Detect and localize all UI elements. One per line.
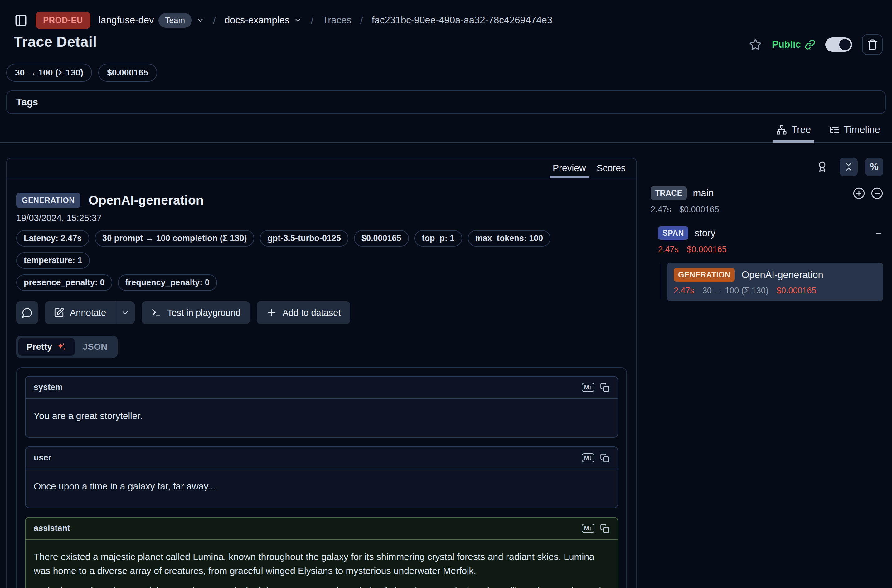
model-badge[interactable]: gpt-3.5-turbo-0125 (260, 230, 348, 247)
message-role: system (34, 382, 63, 392)
link-icon (805, 39, 815, 50)
tab-scores[interactable]: Scores (597, 158, 626, 178)
view-tabs: Tree Timeline (0, 118, 892, 143)
breadcrumb-separator: / (310, 15, 314, 26)
trace-node[interactable]: TRACE main (650, 186, 883, 200)
star-icon[interactable] (749, 38, 762, 51)
title-row: Trace Detail Public (0, 30, 892, 55)
markdown-icon[interactable]: M↓ (582, 524, 595, 533)
max-tokens-badge: max_tokens: 100 (468, 230, 551, 247)
trace-tree-sidebar: % TRACE main 2.47s $0.000165 SPAN story (650, 158, 886, 301)
public-label: Public (772, 39, 801, 50)
annotate-label: Annotate (70, 308, 106, 318)
markdown-icon[interactable]: M↓ (582, 383, 595, 392)
message-header: assistant M↓ (26, 518, 617, 540)
generation-tokens: 30 → 100 (Σ 130) (702, 286, 769, 296)
test-in-playground-button[interactable]: Test in playground (141, 302, 250, 324)
chevron-down-icon (196, 16, 204, 24)
annotate-dropdown-button[interactable] (116, 302, 135, 324)
org-type-badge: Team (158, 13, 192, 28)
tags-box[interactable]: Tags (6, 90, 886, 114)
org-selector[interactable]: langfuse-dev Team (99, 13, 204, 28)
observation-params-row1: Latency: 2.47s 30 prompt → 100 completio… (16, 230, 627, 269)
annotate-button[interactable]: Annotate (45, 302, 115, 324)
message-role: user (34, 453, 51, 463)
tab-tree-label: Tree (791, 124, 811, 135)
copy-icon[interactable] (600, 383, 610, 392)
span-type-badge: SPAN (658, 226, 688, 240)
sidebar-controls: % (650, 158, 883, 176)
observation-type-badge: GENERATION (16, 193, 81, 208)
tags-label: Tags (16, 97, 38, 108)
content: Preview Scores GENERATION OpenAI-generat… (0, 158, 892, 588)
json-toggle[interactable]: JSON (75, 338, 116, 356)
project-selector[interactable]: docs-examples (225, 15, 302, 26)
delete-trace-button[interactable] (862, 34, 883, 55)
collapse-node-icon[interactable] (874, 228, 883, 238)
generation-type-badge: GENERATION (674, 268, 735, 282)
frequency-penalty-badge: frequency_penalty: 0 (118, 274, 217, 291)
tab-preview[interactable]: Preview (553, 158, 586, 178)
temperature-badge: temperature: 1 (16, 252, 90, 269)
tree-icon (776, 124, 787, 135)
generation-node-selected[interactable]: GENERATION OpenAI-generation 2.47s 30 → … (667, 262, 883, 301)
trace-cost: $0.000165 (679, 205, 719, 214)
span-cost: $0.000165 (687, 245, 727, 254)
span-node[interactable]: SPAN story (658, 226, 883, 240)
message-content: There existed a majestic planet called L… (26, 540, 617, 588)
trace-type-badge: TRACE (650, 186, 687, 200)
breadcrumb-separator: / (212, 15, 216, 26)
panel-tabs: Preview Scores (7, 158, 636, 178)
public-toggle[interactable] (825, 38, 852, 52)
zoom-out-icon[interactable] (871, 187, 883, 200)
page-title: Trace Detail (14, 33, 97, 50)
latency-badge: Latency: 2.47s (16, 230, 89, 247)
assistant-paragraph: There existed a majestic planet called L… (34, 550, 610, 578)
add-to-dataset-button[interactable]: Add to dataset (257, 302, 350, 324)
comment-button[interactable] (16, 302, 38, 324)
toggle-knob (839, 39, 850, 50)
message-user: user M↓ Once upon a time in a galaxy far… (25, 447, 618, 508)
pretty-toggle[interactable]: Pretty (18, 338, 75, 356)
observation-header: GENERATION OpenAI-generation (16, 193, 627, 208)
panel-left-icon[interactable] (14, 14, 27, 27)
org-name: langfuse-dev (99, 15, 154, 26)
cost-badge[interactable]: $0.000165 (98, 64, 157, 82)
breadcrumb-separator: / (360, 15, 363, 26)
message-assistant: assistant M↓ There existed a majestic pl… (25, 517, 618, 588)
public-link[interactable]: Public (772, 39, 815, 50)
trace-name: main (693, 188, 714, 199)
observation-panel: Preview Scores GENERATION OpenAI-generat… (6, 158, 637, 588)
markdown-icon[interactable]: M↓ (582, 453, 595, 462)
project-name: docs-examples (225, 15, 290, 26)
terminal-icon (151, 308, 162, 318)
chevron-down-icon (121, 308, 129, 317)
generation-metrics: 2.47s 30 → 100 (Σ 130) $0.000165 (674, 286, 876, 296)
breadcrumb-traces-link[interactable]: Traces (322, 15, 351, 26)
trace-tree: TRACE main 2.47s $0.000165 SPAN story (650, 186, 883, 301)
collapse-all-button[interactable] (839, 158, 858, 176)
tab-tree[interactable]: Tree (769, 118, 818, 142)
playground-label: Test in playground (167, 308, 240, 318)
annotate-split-button: Annotate (45, 302, 135, 324)
tab-timeline[interactable]: Timeline (822, 118, 887, 142)
message-system: system M↓ You are a great storyteller. (25, 376, 618, 438)
metrics-percent-button[interactable]: % (865, 158, 883, 176)
chevrons-down-up-icon (844, 162, 854, 172)
message-content: Once upon a time in a galaxy far, far aw… (26, 469, 617, 508)
panel-body: GENERATION OpenAI-generation 19/03/2024,… (7, 178, 636, 588)
span-latency: 2.47s (658, 245, 679, 254)
timeline-icon (829, 124, 839, 135)
format-toggle: Pretty JSON (16, 336, 117, 358)
generation-node-wrap: GENERATION OpenAI-generation 2.47s 30 → … (658, 262, 883, 301)
generation-name: OpenAI-generation (742, 269, 823, 280)
copy-icon[interactable] (600, 524, 610, 533)
presence-penalty-badge: presence_penalty: 0 (16, 274, 112, 291)
trace-summary: 30 → 100 (Σ 130) $0.000165 (0, 55, 892, 82)
tree-controls (853, 187, 883, 200)
breadcrumb: PROD-EU langfuse-dev Team / docs-example… (0, 0, 892, 30)
award-icon[interactable] (817, 160, 828, 173)
copy-icon[interactable] (600, 453, 610, 463)
zoom-in-icon[interactable] (853, 187, 865, 200)
token-usage-badge[interactable]: 30 → 100 (Σ 130) (6, 64, 92, 82)
